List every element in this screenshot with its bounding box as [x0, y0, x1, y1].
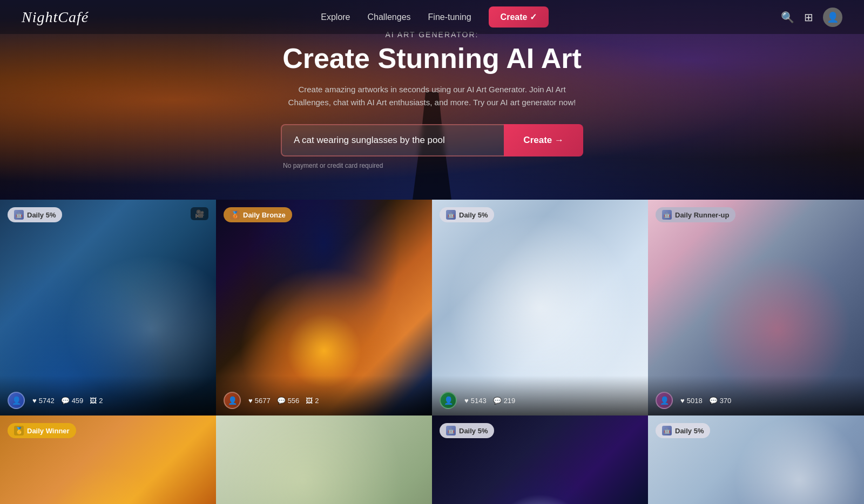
badge-winner-5: 🥇 Daily Winner [8, 423, 76, 438]
stats-bar-4: 👤 ♥ 5018 💬 370 [648, 376, 864, 416]
images-2: 🖼 2 [306, 397, 319, 405]
badge-daily5pct-1: 🤖 Daily 5% [8, 207, 62, 222]
heart-icon-2: ♥ [248, 397, 253, 405]
gallery-item-8[interactable]: 🤖 Daily 5% [648, 416, 864, 504]
comment-icon-1: 💬 [61, 397, 70, 405]
gallery-item-6[interactable] [216, 416, 432, 504]
brand-logo[interactable]: NightCafé [22, 9, 89, 26]
badge-daily5pct-7: 🤖 Daily 5% [440, 423, 494, 438]
stats-bar-3: 👤 ♥ 5143 💬 219 [432, 376, 648, 416]
hero-content: AI ART GENERATOR: Create Stunning AI Art… [270, 30, 594, 169]
video-badge-1: 🎥 [191, 207, 208, 220]
comments-3: 💬 219 [493, 397, 516, 405]
hero-description: Create amazing artworks in seconds using… [281, 83, 583, 109]
images-1: 🖼 2 [90, 397, 103, 405]
stats-1: ♥ 5742 💬 459 🖼 2 [32, 397, 103, 405]
hero-title: Create Stunning AI Art [281, 43, 583, 74]
comments-2: 💬 556 [277, 397, 300, 405]
nav-explore[interactable]: Explore [321, 12, 350, 22]
bronze-icon-2: 🥉 [230, 210, 240, 220]
gallery-item-2[interactable]: 🥉 Daily Bronze 👤 ♥ 5677 💬 556 🖼 [216, 200, 432, 416]
nav-links: Explore Challenges Fine-tuning Create ✓ [321, 6, 549, 28]
runner-icon-4: 🤖 [662, 210, 672, 220]
stats-bar-1: 👤 ♥ 5742 💬 459 🖼 2 [0, 376, 216, 416]
robot-icon-8: 🤖 [662, 426, 672, 435]
robot-icon-7: 🤖 [446, 426, 456, 435]
gallery-grid: 🤖 Daily 5% 🎥 👤 ♥ 5742 💬 459 🖼 [0, 200, 864, 504]
heart-icon-4: ♥ [680, 397, 685, 405]
user-avatar[interactable]: 👤 [823, 8, 842, 27]
heart-icon-1: ♥ [32, 397, 37, 405]
navbar-create-button[interactable]: Create ✓ [489, 6, 549, 28]
hero-create-button[interactable]: Create → [504, 124, 583, 156]
prompt-input[interactable] [281, 124, 504, 156]
navbar: NightCafé Explore Challenges Fine-tuning… [0, 0, 864, 34]
search-icon[interactable]: 🔍 [781, 11, 794, 24]
gallery-item-7[interactable]: 🤖 Daily 5% [432, 416, 648, 504]
no-payment-label: No payment or credit card required [281, 162, 583, 169]
user-avatar-2: 👤 [224, 392, 241, 409]
gallery-item-5[interactable]: 🥇 Daily Winner [0, 416, 216, 504]
likes-2: ♥ 5677 [248, 397, 271, 405]
winner-icon-5: 🥇 [14, 426, 24, 435]
badge-daily5pct-3: 🤖 Daily 5% [440, 207, 494, 222]
badge-bronze-2: 🥉 Daily Bronze [224, 207, 292, 222]
grid-icon[interactable]: ⊞ [804, 11, 813, 24]
gallery-section: 🤖 Daily 5% 🎥 👤 ♥ 5742 💬 459 🖼 [0, 200, 864, 504]
image-icon-1: 🖼 [90, 397, 97, 405]
comment-icon-4: 💬 [709, 397, 718, 405]
robot-icon-1: 🤖 [14, 210, 24, 220]
nav-icons: 🔍 ⊞ 👤 [781, 8, 842, 27]
comment-icon-3: 💬 [493, 397, 502, 405]
badge-daily5pct-8: 🤖 Daily 5% [656, 423, 710, 438]
user-avatar-3: 👤 [440, 392, 457, 409]
nav-finetuning[interactable]: Fine-tuning [428, 12, 471, 22]
image-icon-2: 🖼 [306, 397, 313, 405]
badge-runner-4: 🤖 Daily Runner-up [656, 207, 735, 222]
stats-bar-2: 👤 ♥ 5677 💬 556 🖼 2 [216, 376, 432, 416]
gallery-item-4[interactable]: 🤖 Daily Runner-up 👤 ♥ 5018 💬 370 [648, 200, 864, 416]
likes-4: ♥ 5018 [680, 397, 703, 405]
nav-challenges[interactable]: Challenges [368, 12, 411, 22]
user-avatar-4: 👤 [656, 392, 673, 409]
comments-4: 💬 370 [709, 397, 732, 405]
likes-1: ♥ 5742 [32, 397, 55, 405]
comments-1: 💬 459 [61, 397, 84, 405]
stats-4: ♥ 5018 💬 370 [680, 397, 731, 405]
stats-2: ♥ 5677 💬 556 🖼 2 [248, 397, 319, 405]
heart-icon-3: ♥ [464, 397, 469, 405]
stats-3: ♥ 5143 💬 219 [464, 397, 515, 405]
likes-3: ♥ 5143 [464, 397, 487, 405]
gallery-item-3[interactable]: 🤖 Daily 5% 👤 ♥ 5143 💬 219 [432, 200, 648, 416]
gallery-item-1[interactable]: 🤖 Daily 5% 🎥 👤 ♥ 5742 💬 459 🖼 [0, 200, 216, 416]
comment-icon-2: 💬 [277, 397, 286, 405]
robot-icon-3: 🤖 [446, 210, 456, 220]
user-avatar-1: 👤 [8, 392, 25, 409]
search-row: Create → [281, 124, 583, 156]
